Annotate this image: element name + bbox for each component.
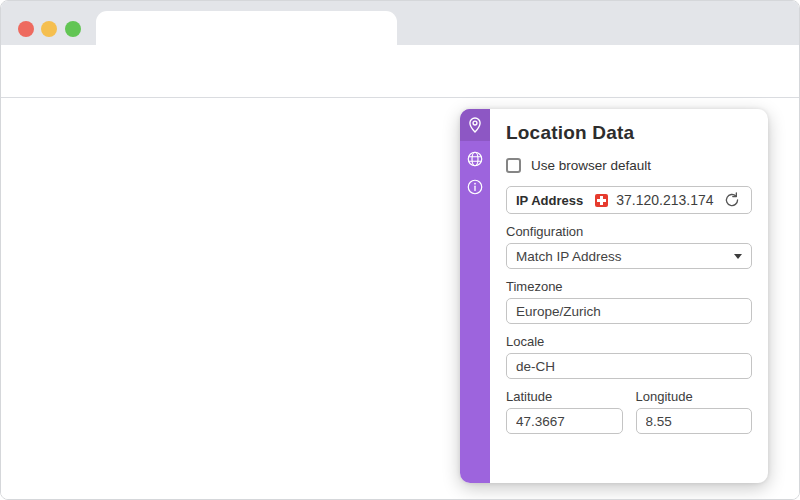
sidebar-tab-globe[interactable] bbox=[460, 145, 490, 173]
sidebar-tab-info[interactable] bbox=[460, 173, 490, 201]
longitude-input[interactable] bbox=[636, 408, 753, 434]
configuration-select[interactable]: Match IP Address bbox=[506, 243, 752, 269]
use-browser-default-checkbox[interactable] bbox=[506, 158, 521, 173]
latitude-group: Latitude bbox=[506, 379, 623, 434]
browser-tab[interactable] bbox=[96, 11, 397, 45]
page-content: Location Data Use browser default IP Add… bbox=[1, 98, 799, 499]
info-icon bbox=[466, 178, 484, 196]
popup-title: Location Data bbox=[506, 121, 752, 145]
configuration-value: Match IP Address bbox=[516, 249, 622, 264]
browser-window: Location Data Use browser default IP Add… bbox=[0, 0, 800, 500]
swiss-flag-icon bbox=[595, 194, 608, 207]
use-browser-default-row[interactable]: Use browser default bbox=[506, 157, 752, 173]
maximize-window-button[interactable] bbox=[65, 21, 81, 37]
latitude-label: Latitude bbox=[506, 389, 623, 404]
popup-content: Location Data Use browser default IP Add… bbox=[490, 109, 768, 483]
configuration-label: Configuration bbox=[506, 224, 752, 239]
ip-address-box: IP Address 37.120.213.174 bbox=[506, 186, 752, 214]
chevron-down-icon bbox=[734, 254, 742, 259]
sidebar-tab-location[interactable] bbox=[460, 111, 490, 139]
locale-label: Locale bbox=[506, 334, 752, 349]
popup-sidebar bbox=[460, 109, 490, 483]
ip-address-value: 37.120.213.174 bbox=[616, 192, 713, 208]
minimize-window-button[interactable] bbox=[41, 21, 57, 37]
timezone-input[interactable] bbox=[506, 298, 752, 324]
tab-strip bbox=[1, 1, 799, 45]
latitude-input[interactable] bbox=[506, 408, 623, 434]
locale-input[interactable] bbox=[506, 353, 752, 379]
location-pin-icon bbox=[466, 116, 484, 134]
longitude-group: Longitude bbox=[636, 379, 753, 434]
ip-address-label: IP Address bbox=[516, 193, 583, 208]
browser-toolbar bbox=[1, 45, 799, 98]
longitude-label: Longitude bbox=[636, 389, 753, 404]
globe-icon bbox=[466, 150, 484, 168]
ip-refresh-button[interactable] bbox=[722, 190, 742, 210]
lat-long-row: Latitude Longitude bbox=[506, 379, 752, 434]
extension-popup: Location Data Use browser default IP Add… bbox=[460, 109, 768, 483]
refresh-icon bbox=[723, 191, 741, 209]
close-window-button[interactable] bbox=[18, 21, 34, 37]
timezone-label: Timezone bbox=[506, 279, 752, 294]
use-browser-default-label: Use browser default bbox=[531, 158, 651, 173]
